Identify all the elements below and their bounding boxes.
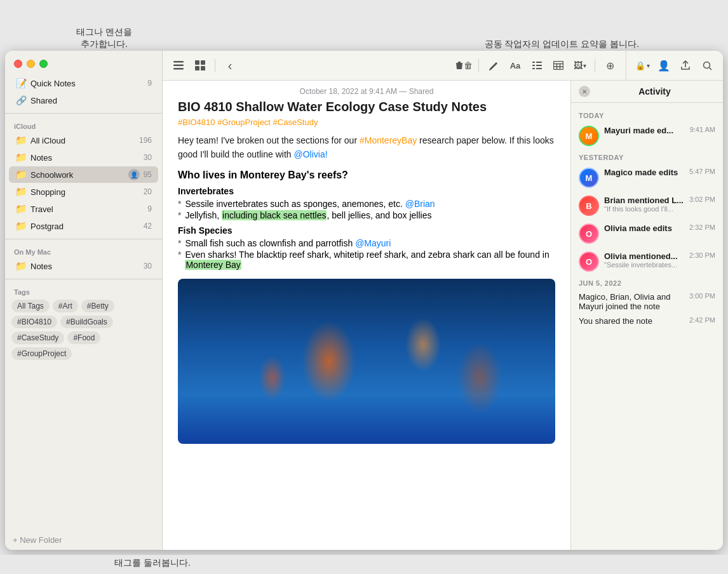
toolbar-row: ‹ 🗑 Aa 🖼▾ bbox=[163, 51, 723, 81]
tooltip-left: 태그나 멘션을 추가합니다. bbox=[51, 26, 132, 51]
all-icloud-count: 196 bbox=[139, 136, 152, 145]
svg-rect-3 bbox=[195, 60, 199, 65]
close-button[interactable] bbox=[14, 60, 22, 68]
media-button[interactable]: 🖼▾ bbox=[570, 56, 590, 75]
sidebar-item-quick-notes[interactable]: 📝 Quick Notes 9 bbox=[9, 75, 158, 91]
tags-section: Tags All Tags #Art #Betty #BIO4810 #Buil… bbox=[5, 282, 162, 364]
sidebar-item-travel[interactable]: 📁 Travel 9 bbox=[9, 201, 158, 217]
shopping-label: Shopping bbox=[30, 187, 140, 197]
folder-icon-travel: 📁 bbox=[15, 203, 27, 215]
svg-rect-13 bbox=[554, 62, 563, 70]
schoolwork-count: 95 bbox=[144, 170, 152, 179]
traffic-lights bbox=[5, 51, 162, 73]
sidebar-icloud-section: iCloud 📁 All iCloud 196 📁 Notes 30 📁 Sch… bbox=[5, 116, 162, 236]
search-button[interactable] bbox=[698, 56, 717, 75]
note-list-text-3: Small fish such as clownfish and parrotf… bbox=[185, 238, 391, 248]
tag-bio4810[interactable]: #BIO4810 bbox=[11, 316, 57, 328]
jellyfish-visual bbox=[178, 279, 555, 444]
tag-casestudy[interactable]: #CaseStudy bbox=[11, 331, 64, 344]
sidebar-separator-1 bbox=[5, 113, 162, 114]
activity-shared-row: You shared the note 2:42 PM bbox=[571, 314, 723, 328]
svg-rect-5 bbox=[195, 66, 199, 70]
tag-betty[interactable]: #Betty bbox=[81, 300, 114, 312]
sidebar-item-shopping[interactable]: 📁 Shopping 20 bbox=[9, 184, 158, 200]
sidebar: 📝 Quick Notes 9 🔗 Shared iCloud 📁 All iC… bbox=[5, 51, 163, 550]
schoolwork-badge: 👤 bbox=[128, 169, 140, 180]
sidebar-item-all-icloud[interactable]: 📁 All iCloud 196 bbox=[9, 132, 158, 149]
back-button[interactable]: ‹ bbox=[220, 56, 239, 75]
svg-rect-2 bbox=[173, 68, 184, 70]
tag-groupproject[interactable]: #GroupProject bbox=[11, 347, 72, 360]
activity-name-brian: Brian mentioned L... bbox=[604, 196, 684, 205]
table-button[interactable] bbox=[549, 56, 568, 75]
activity-item-brian-mention[interactable]: B Brian mentioned L... "If this looks go… bbox=[571, 192, 723, 220]
lock-button[interactable]: 🔒▾ bbox=[633, 56, 652, 75]
tag-all-tags[interactable]: All Tags bbox=[11, 300, 50, 312]
collab-button[interactable]: 👤 bbox=[654, 56, 673, 75]
left-toolbar: ‹ 🗑 Aa 🖼▾ bbox=[163, 51, 626, 80]
activity-name-mayuri: Mayuri made ed... bbox=[604, 126, 685, 135]
icloud-header: iCloud bbox=[5, 117, 162, 131]
list-style-button[interactable] bbox=[527, 56, 546, 75]
tag-buildgoals[interactable]: #BuildGoals bbox=[60, 316, 113, 328]
fullscreen-button[interactable] bbox=[39, 60, 48, 68]
notes-icloud-label: Notes bbox=[30, 153, 140, 163]
sidebar-item-shared[interactable]: 🔗 Shared bbox=[9, 92, 158, 109]
minimize-button[interactable] bbox=[27, 60, 35, 68]
svg-rect-7 bbox=[532, 62, 535, 63]
shopping-count: 20 bbox=[144, 187, 152, 196]
right-toolbar: 🔒▾ 👤 bbox=[626, 51, 723, 80]
activity-info-brian: Brian mentioned L... "If this looks good… bbox=[604, 196, 684, 213]
activity-item-olivia-edit[interactable]: O Olivia made edits 2:32 PM bbox=[571, 220, 723, 248]
quick-notes-label: Quick Notes bbox=[30, 79, 144, 88]
notes-mac-count: 30 bbox=[144, 262, 152, 270]
activity-body: TODAY M Mayuri made ed... 9:41 AM YESTER… bbox=[571, 103, 723, 550]
mention-olivia: @Olivia! bbox=[293, 149, 327, 159]
delete-button[interactable]: 🗑 bbox=[454, 56, 473, 75]
grid-view-button[interactable] bbox=[191, 56, 210, 75]
tag-food[interactable]: #Food bbox=[67, 331, 100, 344]
sidebar-item-notes-mac[interactable]: 📁 Notes 30 bbox=[9, 258, 158, 274]
hashtag-montereybay: #MontereyBay bbox=[360, 135, 417, 145]
sidebar-item-notes-icloud[interactable]: 📁 Notes 30 bbox=[9, 149, 158, 166]
bullet-1: * bbox=[178, 199, 181, 209]
folder-icon-postgrad: 📁 bbox=[15, 220, 27, 232]
activity-close-button[interactable]: ✕ bbox=[579, 86, 590, 97]
activity-item-magico-edit[interactable]: M Magico made edits 5:47 PM bbox=[571, 164, 723, 192]
sidebar-item-schoolwork[interactable]: 📁 Schoolwork 👤 95 bbox=[9, 166, 158, 183]
activity-title: Activity bbox=[594, 86, 715, 97]
note-list-text-4: Even sharks! The blacktip reef shark, wh… bbox=[185, 250, 555, 270]
share-button[interactable] bbox=[676, 56, 695, 75]
activity-item-mayuri-edit[interactable]: M Mayuri made ed... 9:41 AM bbox=[571, 122, 723, 150]
activity-time-brian: 3:02 PM bbox=[689, 196, 715, 203]
font-button[interactable]: Aa bbox=[506, 56, 525, 75]
app-window: 📝 Quick Notes 9 🔗 Shared iCloud 📁 All iC… bbox=[5, 51, 723, 550]
new-folder-button[interactable]: + New Folder bbox=[5, 530, 162, 550]
activity-yesterday-header: YESTERDAY bbox=[571, 150, 723, 164]
svg-rect-11 bbox=[532, 68, 535, 69]
link-button[interactable]: ⊕ bbox=[600, 56, 619, 75]
avatar-brian: B bbox=[579, 196, 599, 216]
note-list-item-1: * Sessile invertebrates such as sponges,… bbox=[178, 199, 555, 209]
sidebar-item-postgrad[interactable]: 📁 Postgrad 42 bbox=[9, 218, 158, 234]
tooltip-area: 태그나 멘션을 추가합니다. 공동 작업자의 업데이트 요약을 봅니다. bbox=[0, 0, 728, 51]
list-view-button[interactable] bbox=[169, 56, 188, 75]
note-list-item-2: * Jellyfish, including black sea nettles… bbox=[178, 210, 555, 220]
note-subheading-fish: Fish Species bbox=[178, 225, 555, 236]
tooltip-bottom-text: 태그를 둘러봅니다. bbox=[114, 557, 191, 574]
svg-rect-12 bbox=[536, 68, 542, 69]
svg-rect-4 bbox=[201, 60, 205, 65]
content-area: October 18, 2022 at 9:41 AM — Shared BIO… bbox=[163, 81, 723, 550]
folder-icon-shopping: 📁 bbox=[15, 186, 27, 197]
note-tags: #BIO4810 #GroupProject #CaseStudy bbox=[178, 117, 555, 127]
activity-today-header: TODAY bbox=[571, 108, 723, 122]
shared-icon: 🔗 bbox=[15, 95, 27, 106]
activity-item-olivia-mention[interactable]: O Olivia mentioned... "Sessile invertebr… bbox=[571, 248, 723, 276]
tags-grid: All Tags #Art #Betty #BIO4810 #BuildGoal… bbox=[11, 300, 156, 360]
note-jellyfish-image bbox=[178, 279, 555, 444]
tags-header: Tags bbox=[11, 286, 156, 300]
travel-label: Travel bbox=[30, 204, 144, 214]
compose-button[interactable] bbox=[484, 56, 503, 75]
note-content[interactable]: BIO 4810 Shallow Water Ecology Case Stud… bbox=[163, 98, 570, 550]
tag-art[interactable]: #Art bbox=[53, 300, 78, 312]
